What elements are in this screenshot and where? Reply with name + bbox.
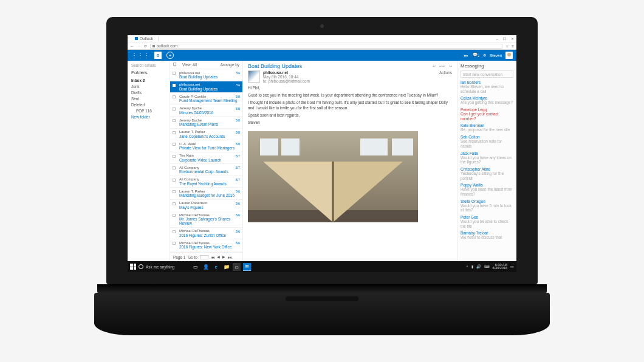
goto-input[interactable] [200,255,208,259]
contact-item[interactable]: Celiza McIntyreAre you getting this mess… [461,96,513,105]
keyboard-icon[interactable]: ⌨ [484,264,490,269]
pager-next[interactable]: ▶ [222,254,225,259]
message-item[interactable]: Carole P. ConklinFund Management Team Me… [170,93,242,105]
outlook-taskbar-icon[interactable]: ✉ [243,263,251,271]
minimize-button[interactable]: – [496,36,498,41]
message-item[interactable]: Lauren T. ParkerMarketing Budget for Jun… [170,188,242,200]
contact-item[interactable]: Ian BordersHello Steven, we need to sche… [461,80,513,94]
arrange-by[interactable]: Arrange by [221,63,239,67]
network-icon[interactable]: ▮ [471,264,473,269]
message-item[interactable]: C. A. WarkPrivate View for Fund Managers… [170,140,242,152]
message-item[interactable]: Jeremy DycheMinutes 04/05/20165/8 [170,105,242,117]
settings-icon[interactable]: ⚙ [483,53,486,58]
close-button[interactable]: ✕ [511,36,514,41]
message-checkbox[interactable] [173,214,176,217]
contact-item[interactable]: Penelope LeggCan I get your contact numb… [461,108,513,121]
action-center-icon[interactable]: ▭ [510,264,514,269]
pager-prev[interactable]: ◀ [217,254,220,259]
message-item[interactable]: philsousa.netBoat Building Updates5a [170,81,242,94]
message-checkbox[interactable] [173,95,176,98]
search-input[interactable]: Search emails [131,63,166,67]
message-checkbox[interactable] [173,72,176,75]
message-checkbox[interactable] [173,108,176,111]
pager-first[interactable]: ⏮ [211,255,214,259]
store-icon[interactable]: ▢ [233,263,241,271]
folder-item[interactable]: Drafts [131,89,166,95]
message-checkbox[interactable] [173,155,176,158]
message-item[interactable]: Tim AlpinCorporate Video Launch5/7 [170,152,242,165]
user-avatar[interactable] [505,52,513,59]
contact-item[interactable]: Barnaby TreloarWe need to discuss that [461,231,513,240]
message-checkbox[interactable] [173,166,176,169]
view-filter[interactable]: View: All [182,63,197,67]
folder-item[interactable]: POP 116 [131,108,166,114]
outlook-logo[interactable]: O [154,52,162,59]
tray-up-icon[interactable]: ^ [467,265,468,269]
volume-icon[interactable]: 🔊 [476,264,481,269]
explorer-icon[interactable]: 📁 [222,263,230,271]
message-item[interactable]: philsousa.netBoat Building Updates5a [170,69,242,81]
appbar-more[interactable]: ••• [464,53,468,58]
forward-icon[interactable]: ↪ [449,64,452,69]
message-checkbox[interactable] [173,131,176,134]
email-attachment-image[interactable] [248,131,418,222]
forward-button[interactable]: → [137,44,140,48]
chat-icon[interactable]: 💬2 [473,52,479,58]
message-checkbox[interactable] [173,84,176,87]
address-bar[interactable]: outlook.com [150,44,502,49]
reply-all-icon[interactable]: ↩↩ [439,64,445,69]
pager-last[interactable]: ⏭ [228,255,231,259]
user-name[interactable]: Steven [490,53,502,58]
people-icon[interactable]: 👤 [202,263,210,271]
browser-tab[interactable]: Outlook [130,36,159,41]
contact-item[interactable]: Peter GeeWould you be able to check the … [461,215,513,228]
reply-icon[interactable]: ↩ [433,64,436,69]
contact-item[interactable]: Stella OrtegonWould you have 5 min to lo… [461,199,513,213]
message-checkbox[interactable] [173,242,176,245]
contact-item[interactable]: Christopher AitneYesterday's sitting for… [461,167,513,180]
folder-list: Inbox 2JunkDraftsSentDeletedPOP 116New f… [131,77,166,120]
clock[interactable]: 6:30 AM 6/30/2016 [493,264,507,270]
contact-item[interactable]: Jack FallaWould you have any ideas on th… [461,151,513,165]
message-item[interactable]: All CompanyThe Royal Yachting Awards5/7 [170,176,242,188]
app-launcher-icon[interactable]: ⋮⋮⋮ [131,52,149,59]
folder-item[interactable]: Sent [131,95,166,101]
message-checkbox[interactable] [173,190,176,193]
message-checkbox[interactable] [173,119,176,122]
contact-status: Have you seen the latest from finance? [461,187,513,196]
menu-button[interactable]: ≡ [512,44,514,48]
message-item[interactable]: Michael DeThomasMr. James Salvages's Sha… [170,211,242,228]
folder-item[interactable]: Junk [131,83,166,89]
contact-item[interactable]: Poppy WallisHave you seen the latest fro… [461,183,513,196]
task-view-icon[interactable]: ▭ [191,263,199,271]
message-item[interactable]: Michael DeThomas2016 Figures: New York O… [170,239,242,251]
select-all-checkbox[interactable] [173,63,176,66]
message-checkbox[interactable] [173,143,176,146]
message-checkbox[interactable] [173,202,176,205]
message-item[interactable]: Michael DeThomas2016 Figures: Zurich Off… [170,228,242,240]
contact-item[interactable]: Seb ColtonSee reservation note for detai… [461,135,513,148]
cortana-icon[interactable] [139,264,143,269]
folder-item[interactable]: New folder [131,114,166,120]
new-email-button[interactable]: + [166,52,174,59]
bookmark-button[interactable]: ☆ [505,44,509,49]
message-item[interactable]: Lauren T. ParkerJane Copeland's Accounts… [170,129,242,141]
maximize-button[interactable]: ☐ [503,36,506,41]
refresh-button[interactable]: ⟳ [144,44,147,49]
new-conversation-input[interactable]: Start new conversation [461,70,513,78]
message-item[interactable]: Jeremy DycheMarketing Event Plans5/8 [170,117,242,129]
folder-item[interactable]: Inbox 2 [131,77,166,83]
folder-item[interactable]: Deleted [131,101,166,108]
message-item[interactable]: Lauren RobertsonMay's Figures5/6 [170,200,242,212]
email-header: philsousa.net May 8th 2016, 10:44 to: ph… [248,70,452,83]
page-label: Page 1 [173,255,185,259]
message-checkbox[interactable] [173,230,176,233]
cortana-input[interactable]: Ask me anything [146,265,174,269]
message-item[interactable]: All CompanyEnvironmental Corp. Awards5/7 [170,164,242,176]
back-button[interactable]: ← [130,44,134,48]
contact-item[interactable]: Kate BrennanRe: proposal for the new sit… [461,123,513,132]
start-button[interactable] [130,264,136,270]
actions-menu[interactable]: Actions [439,70,452,75]
edge-icon[interactable]: e [212,263,220,271]
message-checkbox[interactable] [173,179,176,182]
